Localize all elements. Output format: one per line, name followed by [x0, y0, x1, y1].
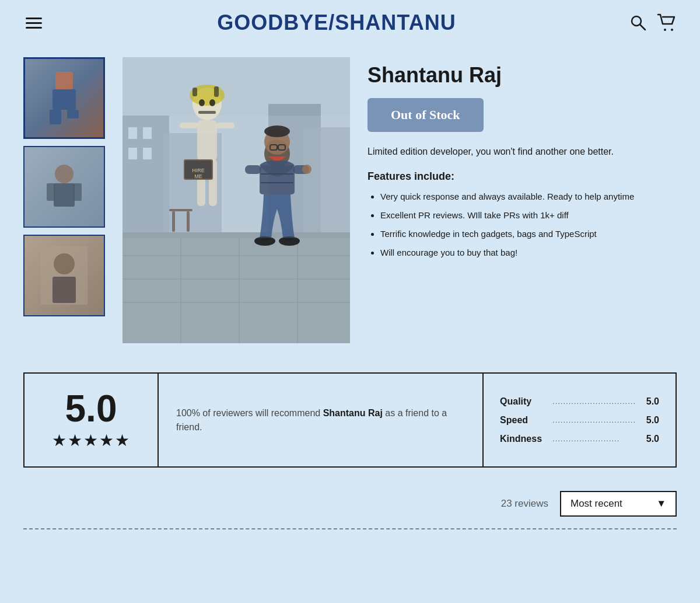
main-product-image: HIRE ME [123, 57, 350, 343]
kindness-label: Kindness [500, 434, 552, 444]
svg-rect-36 [214, 86, 219, 97]
rating-breakdown: Quality ............................... … [484, 374, 676, 466]
quality-label: Quality [500, 396, 552, 407]
product-name: Shantanu Raj [368, 63, 677, 88]
svg-point-2 [664, 29, 666, 31]
svg-rect-65 [172, 211, 175, 232]
svg-point-38 [209, 99, 215, 106]
cart-icon[interactable] [657, 13, 677, 32]
feature-item-4: Will encourage you to buy that bag! [380, 246, 677, 260]
header: GOODBYE/SHANTANU [0, 0, 700, 46]
rating-row-speed: Speed ............................... 5.… [500, 415, 659, 426]
svg-rect-39 [198, 111, 216, 114]
sort-arrow-icon: ▼ [656, 498, 666, 510]
svg-rect-4 [55, 72, 73, 89]
svg-point-3 [671, 29, 673, 31]
rating-stars: ★★★★★ [52, 431, 131, 450]
svg-rect-11 [74, 183, 82, 201]
feature-item-1: Very quick response and always available… [380, 190, 677, 204]
rating-score-block: 5.0 ★★★★★ [24, 374, 159, 466]
speed-value: 5.0 [636, 415, 659, 426]
rating-number: 5.0 [65, 390, 117, 427]
product-info: Shantanu Raj Out of Stock Limited editio… [368, 57, 677, 264]
svg-rect-9 [54, 183, 75, 207]
speed-label: Speed [500, 415, 552, 426]
svg-rect-14 [52, 277, 76, 303]
svg-point-13 [54, 253, 75, 274]
thumbnail-2[interactable] [23, 146, 105, 228]
rating-recommend-text: 100% of reviewers will recommend Shantan… [159, 374, 484, 466]
sort-label: Most recent [570, 498, 622, 510]
svg-rect-63 [123, 116, 350, 238]
out-of-stock-badge: Out of Stock [368, 98, 484, 132]
divider [23, 528, 677, 529]
rating-row-kindness: Kindness ......................... 5.0 [500, 434, 659, 444]
ratings-section: 5.0 ★★★★★ 100% of reviewers will recomme… [23, 372, 677, 468]
thumbnail-3[interactable] [23, 235, 105, 316]
site-title: GOODBYE/SHANTANU [217, 11, 456, 35]
svg-rect-66 [187, 211, 190, 232]
sort-dropdown[interactable]: Most recent ▼ [560, 491, 677, 517]
kindness-dots: ......................... [552, 434, 636, 443]
svg-line-1 [640, 25, 645, 30]
product-description: Limited edition developer, you won't fin… [368, 145, 677, 159]
recommend-name: Shantanu Raj [323, 408, 383, 418]
svg-rect-35 [192, 88, 197, 96]
hamburger-menu[interactable] [23, 15, 44, 31]
quality-value: 5.0 [636, 396, 659, 407]
svg-rect-5 [52, 89, 76, 110]
recommend-prefix: 100% of reviewers will recommend [176, 408, 323, 418]
svg-rect-10 [47, 183, 55, 201]
svg-point-8 [55, 165, 74, 183]
svg-rect-6 [50, 110, 61, 124]
header-icons [629, 13, 677, 32]
feature-item-2: Excellent PR reviews. WIll take PRs with… [380, 208, 677, 222]
features-title: Features include: [368, 170, 677, 183]
svg-point-37 [199, 99, 205, 106]
search-icon[interactable] [629, 13, 648, 32]
thumbnail-list [23, 57, 105, 316]
rating-row-quality: Quality ............................... … [500, 396, 659, 407]
feature-item-3: Terrific knowledge in tech gadgets, bags… [380, 227, 677, 241]
features-list: Very quick response and always available… [368, 190, 677, 260]
quality-dots: ............................... [552, 397, 636, 406]
reviews-header: 23 reviews Most recent ▼ [0, 485, 700, 528]
reviews-count: 23 reviews [501, 498, 548, 510]
svg-rect-64 [169, 209, 192, 211]
product-section: HIRE ME [0, 46, 700, 361]
kindness-value: 5.0 [636, 434, 659, 444]
svg-rect-25 [123, 232, 350, 343]
thumbnail-1[interactable] [23, 57, 105, 139]
svg-rect-7 [67, 110, 79, 118]
speed-dots: ............................... [552, 416, 636, 424]
